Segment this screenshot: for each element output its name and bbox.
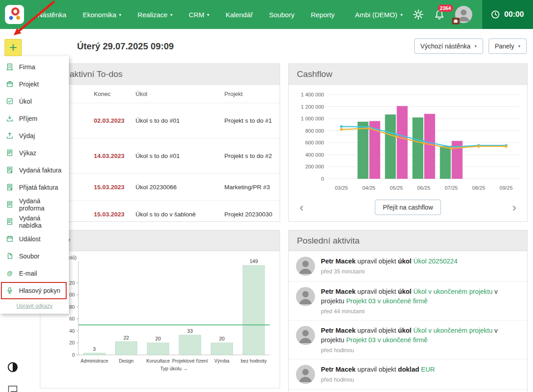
- cashflow-prev-icon[interactable]: ‹: [300, 202, 304, 212]
- todo-end-date: 15.03.2023: [94, 184, 133, 191]
- activity-time: před hodinou: [321, 377, 435, 383]
- todo-task-link[interactable]: Úkol s to do v šabloně: [136, 211, 222, 218]
- chevron-down-icon: ▾: [518, 44, 520, 48]
- edit-links-link[interactable]: Upravit odkazy: [0, 303, 69, 309]
- panels-button[interactable]: Panely ▾: [489, 38, 527, 54]
- topbar-right: Ambi (DEMO) ▾ 2364 00:00: [355, 0, 533, 29]
- time-tracker-button[interactable]: 00:00: [482, 0, 533, 29]
- column-header: Projekt: [224, 91, 272, 97]
- activity-text: Petr Macek upravil objekt doklad EUR: [321, 365, 435, 374]
- nav-item-nastenka[interactable]: Nástěnka: [38, 11, 66, 19]
- tasks-panel-title: Úkoly: [40, 230, 280, 251]
- todo-project-link[interactable]: Projekt s to do #1: [224, 117, 272, 124]
- activity-item: Petr Macek upravil objekt úkol Úkol v uk…: [289, 282, 527, 320]
- svg-text:Konzultace: Konzultace: [146, 358, 170, 363]
- workspace-selector[interactable]: Ambi (DEMO) ▾: [355, 11, 402, 19]
- nav-item-reporty[interactable]: Reporty: [311, 11, 335, 19]
- menu-item-vydana-faktura[interactable]: Vydaná faktura: [0, 162, 69, 179]
- task-icon: [6, 97, 14, 105]
- table-row[interactable]: To do 315.03.2023Úkol s to do v šabloněP…: [40, 201, 280, 222]
- app-logo[interactable]: [5, 5, 24, 24]
- project-icon: [6, 80, 14, 88]
- cashflow-next-icon[interactable]: ›: [512, 202, 516, 212]
- chat-bubble-icon[interactable]: [7, 384, 19, 392]
- nav-item-soubory[interactable]: Soubory: [269, 11, 295, 19]
- contrast-toggle-icon[interactable]: [7, 361, 19, 375]
- menu-item-hlasovy-pokyn[interactable]: Hlasový pokyn: [0, 282, 69, 299]
- table-row[interactable]: To do 315.03.2023Úkol 20230066Marketing/…: [40, 173, 280, 201]
- todo-project-link[interactable]: Projekt 20230030: [224, 211, 272, 218]
- page-title: Úterý 29.07.2025 09:09: [77, 41, 174, 52]
- notifications-bell-icon[interactable]: 2364: [434, 9, 445, 20]
- quick-add-button[interactable]: +: [5, 39, 22, 56]
- settings-gear-icon[interactable]: [413, 9, 424, 20]
- menu-item-vydana-proforma[interactable]: Vydaná proforma: [0, 196, 69, 213]
- main-nav: NástěnkaEkonomika▾Realizace▾CRM▾Kalendář…: [38, 11, 334, 19]
- menu-item-vydaj[interactable]: Výdaj: [0, 127, 69, 144]
- todo-project-link[interactable]: Projekt s to do #2: [224, 153, 272, 159]
- default-dashboard-button[interactable]: Výchozí nástěnka ▾: [414, 38, 483, 54]
- workspace-label: Ambi (DEMO): [355, 11, 397, 19]
- activity-item: Petr Macek upravil objekt úkol Úkol v uk…: [289, 320, 527, 359]
- logo-icon: [6, 6, 23, 23]
- nav-item-ekonomika[interactable]: Ekonomika▾: [82, 11, 121, 19]
- todo-end-date: 02.03.2023: [94, 117, 133, 124]
- activity-link[interactable]: Úkol 20250224: [413, 258, 458, 265]
- todo-task-link[interactable]: Úkol 20230066: [136, 184, 222, 191]
- menu-item-prijata-faktura[interactable]: Přijatá faktura: [0, 179, 69, 196]
- menu-item-udalost[interactable]: Událost: [0, 230, 69, 248]
- svg-text:05/25: 05/25: [390, 185, 403, 191]
- table-row[interactable]: To do začátek konec02.03.2023Úkol s to d…: [40, 103, 280, 138]
- menu-item-e-mail[interactable]: @E-mail: [0, 265, 69, 282]
- goto-cashflow-button[interactable]: Přejít na cashflow: [375, 200, 441, 215]
- proforma-icon: [6, 201, 14, 209]
- todo-end-date: 14.03.2023: [94, 153, 133, 159]
- menu-item-firma[interactable]: Firma: [0, 58, 69, 76]
- svg-text:1 000 000: 1 000 000: [301, 116, 324, 121]
- svg-text:20: 20: [219, 336, 224, 341]
- invoice-in-icon: [6, 183, 14, 191]
- todo-project-link[interactable]: Marketing/PR #3: [224, 184, 272, 191]
- todo-task-link[interactable]: Úkol s to do #01: [136, 117, 222, 124]
- cashflow-controls: ‹ Přejít na cashflow ›: [289, 200, 527, 215]
- activity-link[interactable]: Úkol v ukončeném projektu: [413, 288, 493, 295]
- page-header: Úterý 29.07.2025 09:09 Výchozí nástěnka …: [40, 29, 533, 63]
- activity-text: Petr Macek upravil objekt úkol Úkol 2025…: [321, 257, 457, 266]
- top-navigation-bar: NástěnkaEkonomika▾Realizace▾CRM▾Kalendář…: [0, 0, 533, 29]
- todo-task-link[interactable]: Úkol s to do #01: [136, 153, 222, 159]
- svg-text:07/25: 07/25: [445, 185, 458, 191]
- svg-text:1 400 000: 1 400 000: [301, 92, 324, 97]
- activity-link[interactable]: Projekt 03 v ukončené firmě: [346, 297, 428, 305]
- todos-panel: Moje aktivní To-dos NázevKonecÚkolProjek…: [40, 63, 280, 222]
- menu-item-projekt[interactable]: Projekt: [0, 76, 69, 93]
- cashflow-panel: Cashflow 0200 000400 000600 000800 0001 …: [288, 63, 528, 222]
- menu-item-vykaz[interactable]: Výkaz: [0, 144, 69, 162]
- svg-text:22: 22: [123, 335, 129, 340]
- svg-text:Projektové řízení: Projektové řízení: [172, 358, 208, 363]
- menu-item-ukol[interactable]: Úkol: [0, 93, 69, 110]
- activity-link[interactable]: Úkol v ukončeném projektu: [413, 327, 493, 334]
- nav-item-kalendar[interactable]: Kalendář: [226, 11, 253, 19]
- activity-time: před hodinou: [321, 347, 520, 354]
- activity-time: před 35 minutami: [321, 268, 457, 275]
- nav-item-realizace[interactable]: Realizace▾: [138, 11, 173, 19]
- user-avatar[interactable]: [455, 6, 472, 23]
- svg-text:bez hodnoty: bez hodnoty: [241, 358, 267, 363]
- menu-item-vydana-nabidka[interactable]: Vydaná nabídka: [0, 213, 69, 230]
- avatar: [296, 257, 315, 276]
- activity-panel-title: Poslední aktivita: [289, 230, 527, 251]
- activity-link[interactable]: EUR: [421, 366, 435, 373]
- svg-text:40: 40: [69, 328, 75, 334]
- table-row[interactable]: To do začátek konec14.03.2023Úkol s to d…: [40, 138, 280, 173]
- svg-text:09/25: 09/25: [499, 185, 513, 191]
- svg-text:149: 149: [250, 258, 258, 264]
- cashflow-chart: 0200 000400 000600 000800 0001 000 0001 …: [289, 86, 527, 193]
- menu-item-soubor[interactable]: Soubor: [0, 248, 69, 265]
- menu-item-prijem[interactable]: Příjem: [0, 110, 69, 127]
- avatar: [296, 365, 315, 384]
- activity-list: Petr Macek upravil objekt úkol Úkol 2025…: [289, 251, 527, 390]
- activity-link[interactable]: Projekt 03 v ukončené firmě: [346, 336, 428, 344]
- chevron-down-icon: ▾: [207, 12, 209, 17]
- nav-item-crm[interactable]: CRM▾: [189, 11, 209, 19]
- offer-icon: [6, 218, 14, 226]
